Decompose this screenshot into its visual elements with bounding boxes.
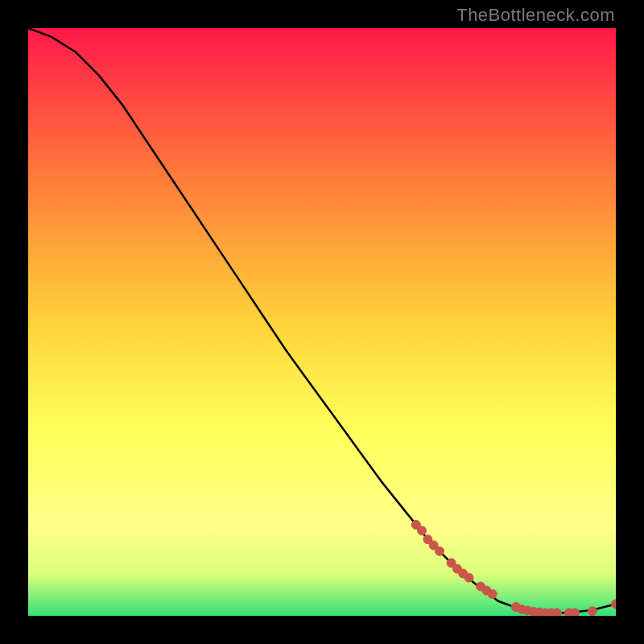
- bottleneck-curve: [28, 28, 616, 613]
- data-point: [488, 589, 497, 598]
- data-point: [588, 607, 597, 616]
- data-point: [464, 573, 473, 582]
- watermark-label: TheBottleneck.com: [456, 5, 615, 26]
- data-point: [612, 600, 617, 609]
- data-point: [553, 609, 562, 616]
- chart-overlay: [28, 28, 616, 616]
- plot-area: [28, 28, 616, 616]
- data-point: [418, 526, 427, 535]
- data-point: [570, 609, 579, 616]
- marker-group: [411, 520, 616, 616]
- data-point: [436, 547, 444, 555]
- chart-frame: TheBottleneck.com: [0, 0, 644, 644]
